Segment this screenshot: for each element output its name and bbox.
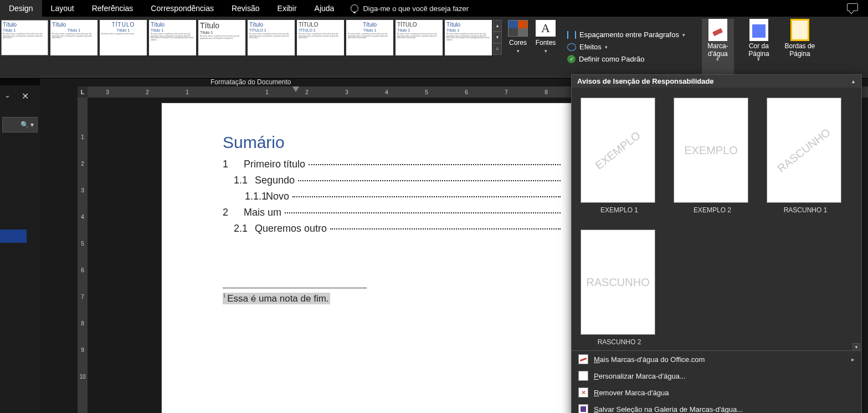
group-label-formatacao: Formatação do Documento [210,78,291,86]
watermark-button[interactable]: Marca-d'água ▾ [702,19,734,77]
chevron-down-icon: ▾ [517,48,520,54]
watermark-menu: Mais Marcas-d'água do Office.com ▸ Perso… [572,350,861,413]
style-thumb-4[interactable]: TítuloTítulo 1No menu Inserir, as galeri… [149,20,196,55]
set-default-button[interactable]: ✓ Definir como Padrão [567,55,685,63]
style-thumb-10[interactable]: TítuloTítulo 1No menu Inserir, as galeri… [445,20,492,55]
tab-referencias[interactable]: Referências [83,0,142,17]
style-thumb-8[interactable]: TítuloTítulo 1No menu Inserir, as galeri… [346,20,393,55]
endnote-marker: i [224,293,225,299]
page-color-button[interactable]: Cor da Página ▾ [743,19,775,77]
style-thumb-1[interactable]: TítuloTítulo 1No menu Inserir, as galeri… [1,20,48,55]
vertical-ruler[interactable]: 12345678910 [78,98,88,413]
watermark-label: Marca-d'água [707,42,728,58]
style-thumb-2[interactable]: TítuloTítulo 1No menu Inserir, as galeri… [50,20,97,55]
page-color-label: Cor da Página [748,42,769,58]
style-thumb-3[interactable]: TÍTULOTítulo 1No menu Inserir, as galeri… [100,20,147,55]
paragraph-spacing-icon [567,31,576,39]
toc-entry[interactable]: 1.1.1Novo [223,191,561,202]
gallery-scroll-down[interactable]: ▼ [493,32,502,43]
nav-close-button[interactable]: ✕ [22,91,29,101]
gallery-scroll-down-icon[interactable]: ▼ [852,343,860,351]
watermark-dropdown: Avisos de Isenção de Responsabilidade ▲ … [571,74,862,413]
tab-correspondencias[interactable]: Correspondências [142,0,223,17]
toc-leader [285,212,561,213]
endnote-text[interactable]: iEssa é uma nota de fim. [223,293,330,304]
watermark-icon [708,19,727,41]
watermark-small-icon [578,354,588,364]
watermark-option[interactable]: RASCUNHORASCUNHO 1 [767,98,844,214]
watermark-thumb: RASCUNHO [581,230,655,335]
comments-icon[interactable] [847,3,858,11]
gallery-scroll-up-icon[interactable]: ▲ [851,79,856,84]
watermark-thumb: EXEMPLO [581,98,655,203]
style-thumb-6[interactable]: TítuloTÍTULO 1No menu Inserir, as galeri… [248,20,295,55]
toc-entry[interactable]: 2Mais um [223,207,561,218]
watermark-option[interactable]: RASCUNHORASCUNHO 2 [581,230,658,346]
page-borders-label: Bordas de Página [785,42,815,58]
tab-design[interactable]: Design [0,0,42,17]
watermark-group-header: Avisos de Isenção de Responsabilidade ▲ [572,75,861,88]
wm-save-label: Salvar Seleção na Galeria de Marcas-d'ág… [594,405,743,414]
ruler-corner[interactable]: L [78,86,88,98]
watermark-option-label: EXEMPLO 2 [674,206,751,214]
tab-revisao[interactable]: Revisão [223,0,269,17]
paragraph-spacing-button[interactable]: Espaçamento entre Parágrafos ▾ [567,30,685,39]
wm-remove-label: Remover Marca-d'água [594,389,669,397]
tab-layout[interactable]: Layout [42,0,83,17]
endnote-body: Essa é uma nota de fim. [227,293,328,304]
toc-number: 1 [223,159,244,170]
toc-text: Novo [266,191,292,202]
effects-label: Efeitos [579,43,602,51]
watermark-option[interactable]: EXEMPLOEXEMPLO 2 [674,98,751,214]
toc-entry[interactable]: 1.1Segundo [223,175,561,186]
nav-selected-item[interactable] [0,230,27,243]
chevron-down-icon: ▾ [702,57,734,62]
watermark-option[interactable]: EXEMPLOEXEMPLO 1 [581,98,658,214]
effects-button[interactable]: Efeitos ▾ [567,43,685,51]
tell-me-label: Diga-me o que você deseja fazer [363,4,469,13]
wm-customize[interactable]: Personalizar Marca-d'água... [572,368,861,384]
ribbon-mid-group: Cores▾ A Fontes▾ [506,17,557,77]
page-color-icon [749,19,768,41]
colors-button[interactable]: Cores▾ [506,20,530,54]
document-formatting-gallery[interactable]: TítuloTítulo 1No menu Inserir, as galeri… [0,17,493,77]
toc-number: 1.1 [234,175,255,186]
watermark-option-label: EXEMPLO 1 [581,206,658,214]
toc-leader [309,164,561,165]
set-default-label: Definir como Padrão [579,55,645,63]
ribbon-options: Espaçamento entre Parágrafos ▾ Efeitos ▾… [567,17,685,77]
toc-number: 2 [223,207,244,218]
style-thumb-7[interactable]: TÍTULOTÍTULO 1No menu Inserir, as galeri… [297,20,344,55]
toc-entry[interactable]: 1Primeiro título [223,159,561,170]
nav-search-input[interactable]: 🔍 ▾ [2,117,38,132]
document-page[interactable]: Sumário 1Primeiro título1.1Segundo1.1.1N… [162,103,610,413]
watermark-option-label: RASCUNHO 1 [767,206,844,214]
colors-label: Cores [509,39,527,47]
fonts-button[interactable]: A Fontes▾ [534,20,557,54]
indent-marker-icon[interactable] [292,86,299,92]
nav-expand-button[interactable]: ⌄ [4,91,11,101]
table-of-contents: 1Primeiro título1.1Segundo1.1.1Novo2Mais… [223,159,561,234]
wm-more-office[interactable]: Mais Marcas-d'água do Office.com ▸ [572,351,861,368]
page-borders-button[interactable]: Bordas de Página [784,19,816,77]
style-thumb-5[interactable]: TítuloTítulo 1No menu Inserir, as galeri… [198,20,245,55]
gallery-scroll-up[interactable]: ▲ [493,20,502,32]
toc-text: Queremos outro [255,223,330,234]
toc-leader [298,180,561,181]
tab-ajuda[interactable]: Ajuda [306,0,343,17]
wm-save-selection[interactable]: Salvar Seleção na Galeria de Marcas-d'ág… [572,401,861,413]
tell-me-search[interactable]: Diga-me o que você deseja fazer [343,0,476,17]
gallery-expand[interactable]: ≡ [493,43,502,55]
effects-icon [567,43,576,51]
remove-icon [578,387,588,397]
tab-exibir[interactable]: Exibir [269,0,306,17]
ribbon-design: TítuloTítulo 1No menu Inserir, as galeri… [0,17,868,78]
style-thumb-9[interactable]: TÍTULOTítulo 1No menu Inserir, as galeri… [396,20,443,55]
chevron-down-icon: ▾ [743,57,775,62]
wm-remove[interactable]: Remover Marca-d'água [572,384,861,401]
chevron-down-icon: ▾ [682,32,685,38]
wm-more-label: Mais Marcas-d'água do Office.com [594,355,705,364]
gallery-scroll: ▲ ▼ ≡ [493,20,502,77]
watermark-thumb: EXEMPLO [674,98,748,203]
toc-entry[interactable]: 2.1Queremos outro [223,223,561,234]
